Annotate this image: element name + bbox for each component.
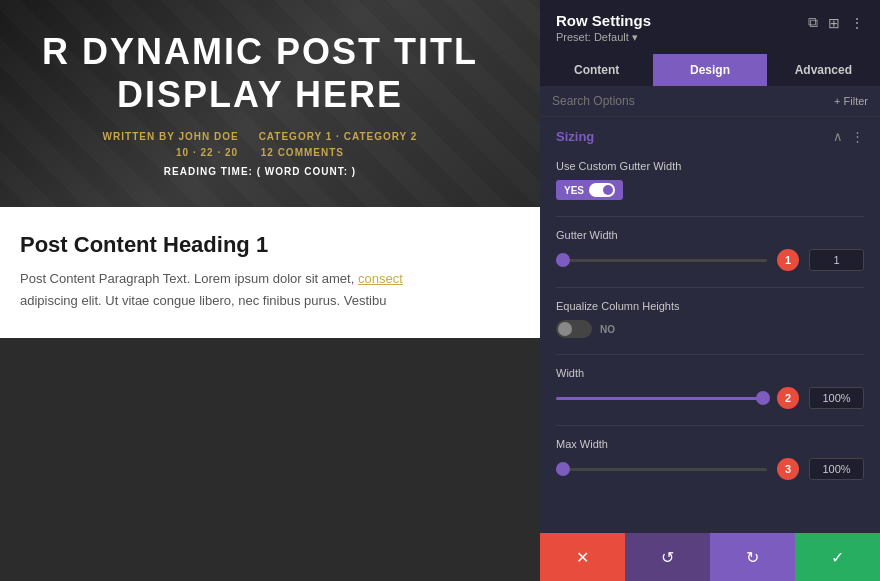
custom-gutter-row: Use Custom Gutter Width YES bbox=[540, 152, 880, 212]
undo-button[interactable]: ↺ bbox=[625, 533, 710, 581]
hero-title-line2: DISPLAY HERE bbox=[117, 74, 403, 115]
equalize-label: Equalize Column Heights bbox=[556, 300, 864, 312]
more-icon[interactable]: ⋮ bbox=[850, 15, 864, 31]
toggle-no-label: NO bbox=[600, 324, 615, 335]
width-value[interactable]: 100% bbox=[809, 387, 864, 409]
toggle-pill bbox=[589, 183, 615, 197]
width-slider-fill bbox=[556, 397, 763, 400]
hero-title: R DYNAMIC POST TITL DISPLAY HERE bbox=[0, 30, 520, 116]
max-width-badge: 3 bbox=[777, 458, 799, 480]
settings-panel: Row Settings Preset: Default ▾ ⧉ ⊞ ⋮ Con… bbox=[540, 0, 880, 581]
sizing-title: Sizing bbox=[556, 129, 594, 144]
meta-category: CATEGORY 1 · CATEGORY 2 bbox=[259, 131, 418, 142]
undo-icon: ↺ bbox=[661, 548, 674, 567]
max-width-slider-thumb[interactable] bbox=[556, 462, 570, 476]
reading-time: READING TIME: ( WORD COUNT: ) bbox=[0, 166, 520, 177]
separator-3 bbox=[556, 354, 864, 355]
redo-icon: ↻ bbox=[746, 548, 759, 567]
width-slider-row: 2 100% bbox=[556, 387, 864, 409]
separator-4 bbox=[556, 425, 864, 426]
max-width-value[interactable]: 100% bbox=[809, 458, 864, 480]
panel-body: Sizing ∧ ⋮ Use Custom Gutter Width YES G… bbox=[540, 117, 880, 581]
gutter-width-slider[interactable] bbox=[556, 250, 767, 270]
redo-button[interactable]: ↻ bbox=[710, 533, 795, 581]
cancel-icon: ✕ bbox=[576, 548, 589, 567]
toggle-switch-on[interactable]: YES bbox=[556, 180, 623, 200]
filter-button[interactable]: + Filter bbox=[834, 95, 868, 107]
sizing-section-header: Sizing ∧ ⋮ bbox=[540, 117, 880, 152]
panel-title: Row Settings bbox=[556, 12, 651, 29]
meta-date-comments: 10 · 22 · 20 12 COMMENTS bbox=[0, 147, 520, 158]
gutter-width-slider-row: 1 1 bbox=[556, 249, 864, 271]
slider-thumb[interactable] bbox=[556, 253, 570, 267]
custom-gutter-label: Use Custom Gutter Width bbox=[556, 160, 864, 172]
cancel-button[interactable]: ✕ bbox=[540, 533, 625, 581]
section-more-icon[interactable]: ⋮ bbox=[851, 129, 864, 144]
search-bar: + Filter bbox=[540, 86, 880, 117]
panel-header-icons: ⧉ ⊞ ⋮ bbox=[808, 14, 864, 31]
panel-toolbar: ✕ ↺ ↻ ✓ bbox=[540, 533, 880, 581]
tab-content[interactable]: Content bbox=[540, 54, 653, 86]
content-text: Post Content Paragraph Text. Lorem ipsum… bbox=[20, 268, 520, 312]
split-icon[interactable]: ⊞ bbox=[828, 15, 840, 31]
meta-comments: 12 COMMENTS bbox=[261, 147, 344, 158]
content-link[interactable]: consect bbox=[358, 271, 403, 286]
gutter-badge: 1 bbox=[777, 249, 799, 271]
meta-author: WRITTEN BY JOHN DOE bbox=[103, 131, 239, 142]
save-button[interactable]: ✓ bbox=[795, 533, 880, 581]
collapse-icon[interactable]: ∧ bbox=[833, 129, 843, 144]
equalize-row: Equalize Column Heights NO bbox=[540, 292, 880, 350]
hero-meta: WRITTEN BY JOHN DOE CATEGORY 1 · CATEGOR… bbox=[0, 131, 520, 142]
blog-preview: R DYNAMIC POST TITL DISPLAY HERE WRITTEN… bbox=[0, 0, 540, 581]
search-input[interactable] bbox=[552, 94, 834, 108]
equalize-toggle: NO bbox=[556, 320, 864, 338]
panel-header: Row Settings Preset: Default ▾ ⧉ ⊞ ⋮ bbox=[540, 0, 880, 44]
max-width-slider[interactable] bbox=[556, 459, 767, 479]
panel-preset: Preset: Default ▾ bbox=[556, 31, 651, 44]
hero-section: R DYNAMIC POST TITL DISPLAY HERE WRITTEN… bbox=[0, 0, 540, 207]
toggle-off-switch[interactable] bbox=[556, 320, 592, 338]
section-controls: ∧ ⋮ bbox=[833, 129, 864, 144]
max-width-slider-track bbox=[556, 468, 767, 471]
width-row: Width 2 100% bbox=[540, 359, 880, 421]
panel-title-group: Row Settings Preset: Default ▾ bbox=[556, 12, 651, 44]
separator-2 bbox=[556, 287, 864, 288]
width-slider-track bbox=[556, 397, 767, 400]
custom-gutter-toggle: YES bbox=[556, 180, 864, 200]
meta-date: 10 · 22 · 20 bbox=[176, 147, 238, 158]
max-width-label: Max Width bbox=[556, 438, 864, 450]
gutter-value[interactable]: 1 bbox=[809, 249, 864, 271]
separator-1 bbox=[556, 216, 864, 217]
gutter-width-label: Gutter Width bbox=[556, 229, 864, 241]
width-label: Width bbox=[556, 367, 864, 379]
tab-design[interactable]: Design bbox=[653, 54, 766, 86]
width-slider[interactable] bbox=[556, 388, 767, 408]
slider-track bbox=[556, 259, 767, 262]
toggle-yes-label: YES bbox=[564, 185, 584, 196]
save-icon: ✓ bbox=[831, 548, 844, 567]
width-badge: 2 bbox=[777, 387, 799, 409]
panel-tabs: Content Design Advanced bbox=[540, 54, 880, 86]
content-section: Post Content Heading 1 Post Content Para… bbox=[0, 207, 540, 337]
max-width-slider-row: 3 100% bbox=[556, 458, 864, 480]
gutter-width-row: Gutter Width 1 1 bbox=[540, 221, 880, 283]
tab-advanced[interactable]: Advanced bbox=[767, 54, 880, 86]
max-width-row: Max Width 3 100% bbox=[540, 430, 880, 492]
hero-title-line1: R DYNAMIC POST TITL bbox=[42, 31, 478, 72]
width-slider-thumb[interactable] bbox=[756, 391, 770, 405]
content-heading: Post Content Heading 1 bbox=[20, 232, 520, 258]
restore-icon[interactable]: ⧉ bbox=[808, 14, 818, 31]
